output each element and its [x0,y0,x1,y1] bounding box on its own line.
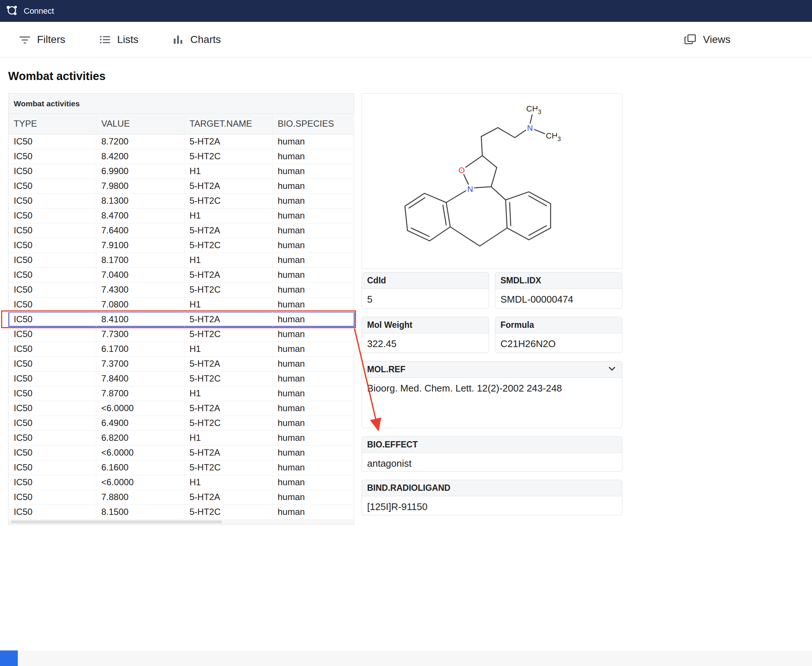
topbar: Connect [0,0,812,22]
table-row[interactable]: IC508.13005-HT2Chuman [8,193,354,208]
table-cell: 5-HT2A [184,490,272,504]
table-cell: H1 [184,386,272,401]
table-row[interactable]: IC507.64005-HT2Ahuman [8,223,354,238]
table-cell: IC50 [8,356,96,371]
table-row[interactable]: IC508.42005-HT2Chuman [8,149,354,164]
table-row[interactable]: IC508.72005-HT2Ahuman [8,134,354,149]
toolbar-left-group: Filters Lists [18,33,221,46]
table-row[interactable]: IC507.91005-HT2Chuman [8,238,354,252]
horizontal-scrollbar[interactable] [8,520,354,524]
filters-button[interactable]: Filters [18,33,65,46]
table-cell: IC50 [8,460,96,475]
table-row[interactable]: IC506.16005-HT2Chuman [8,460,354,475]
column-header-bio-species[interactable]: BIO.SPECIES [272,114,354,134]
table-cell: human [272,193,354,208]
table-cell: 7.9800 [96,178,184,193]
horizontal-scrollbar-thumb[interactable] [11,521,222,523]
table-row[interactable]: IC507.98005-HT2Ahuman [8,178,354,193]
filter-icon [18,33,31,46]
views-icon [684,33,697,46]
methyl-group-label-top: CH3 [526,104,542,115]
table-cell: human [272,267,354,282]
table-row[interactable]: IC507.88005-HT2Ahuman [8,490,354,504]
table-cell: 7.7300 [96,327,184,341]
table-cell: 5-HT2C [184,327,272,341]
table-cell: human [272,445,354,460]
table-row[interactable]: IC506.49005-HT2Chuman [8,415,354,430]
table-cell: human [272,356,354,371]
bind-radioligand-label: BIND.RADIOLIGAND [367,483,450,493]
table-row[interactable]: IC507.84005-HT2Chuman [8,371,354,386]
table-cell: 6.1700 [96,341,184,356]
table-cell: 6.1600 [96,460,184,475]
table-row[interactable]: IC50<6.00005-HT2Ahuman [8,445,354,460]
bio-effect-label: BIO.EFFECT [367,440,418,450]
table-cell: human [272,327,354,341]
column-header-type[interactable]: TYPE [8,114,96,134]
column-header-value[interactable]: VALUE [96,114,184,134]
table-row[interactable]: IC507.0800H1human [8,297,354,312]
table-row[interactable]: IC508.4700H1human [8,208,354,223]
table-cell: IC50 [8,327,96,341]
formula-value: C21H26N2O [495,333,622,353]
table-cell: IC50 [8,178,96,193]
mol-ref-expand-button[interactable] [607,364,617,375]
table-cell: human [272,415,354,430]
table-cell: 5-HT2C [184,282,272,297]
table-cell: IC50 [8,504,96,519]
table-row[interactable]: IC506.1700H1human [8,341,354,356]
ring-nitrogen-atom-label: N [467,185,473,194]
connect-logo-icon [5,4,18,18]
table-cell: IC50 [8,371,96,386]
field-mol-weight: Mol Weight 322.45 [362,317,489,353]
footer-accent-square [0,650,18,666]
table-cell: IC50 [8,386,96,401]
table-cell: human [272,430,354,445]
table-cell: <6.0000 [96,401,184,415]
table-cell: IC50 [8,149,96,164]
table-cell: 7.8800 [96,490,184,504]
table-cell: human [272,178,354,193]
table-cell: 5-HT2A [184,267,272,282]
table-cell: IC50 [8,401,96,415]
page-title: Wombat activities [8,69,812,84]
table-cell: 5-HT2A [184,312,272,327]
table-cell: IC50 [8,312,96,327]
column-header-target-name[interactable]: TARGET.NAME [184,114,272,134]
table-cell: 6.4900 [96,415,184,430]
table-cell: IC50 [8,490,96,504]
table-cell: 8.1300 [96,193,184,208]
table-cell: human [272,504,354,519]
field-formula: Formula C21H26N2O [495,317,623,353]
toolbar: Filters Lists [0,22,812,58]
table-cell: human [272,164,354,178]
activities-table-body: IC508.72005-HT2AhumanIC508.42005-HT2Chum… [8,134,354,519]
table-cell: 5-HT2C [184,415,272,430]
table-cell: 7.0400 [96,267,184,282]
field-bind-radioligand: BIND.RADIOLIGAND [125I]R-91150 [362,480,623,515]
table-cell: human [272,223,354,238]
table-cell: 7.8400 [96,371,184,386]
cdid-value: 5 [362,289,489,308]
table-row[interactable]: IC507.04005-HT2Ahuman [8,267,354,282]
table-row[interactable]: IC506.8200H1human [8,430,354,445]
table-row[interactable]: IC50<6.00005-HT2Ahuman [8,401,354,415]
table-row[interactable]: IC507.73005-HT2Chuman [8,327,354,341]
table-row[interactable]: IC508.15005-HT2Chuman [8,504,354,519]
table-cell: human [272,341,354,356]
table-row[interactable]: IC507.43005-HT2Chuman [8,282,354,297]
table-row[interactable]: IC507.8700H1human [8,386,354,401]
lists-button[interactable]: Lists [99,33,138,46]
views-button[interactable]: Views [684,33,731,46]
charts-button[interactable]: Charts [172,33,221,46]
table-cell: 8.7200 [96,134,184,149]
table-row[interactable]: IC507.37005-HT2Ahuman [8,356,354,371]
table-row[interactable]: IC508.1700H1human [8,252,354,267]
table-row[interactable]: IC50<6.0000H1human [8,475,354,490]
table-row[interactable]: IC508.41005-HT2Ahuman [8,312,354,327]
filters-label: Filters [37,34,65,46]
table-row[interactable]: IC506.9900H1human [8,164,354,178]
table-cell: 5-HT2C [184,504,272,519]
table-cell: H1 [184,297,272,312]
molecule-structure: O N N CH3 CH3 [362,93,623,269]
